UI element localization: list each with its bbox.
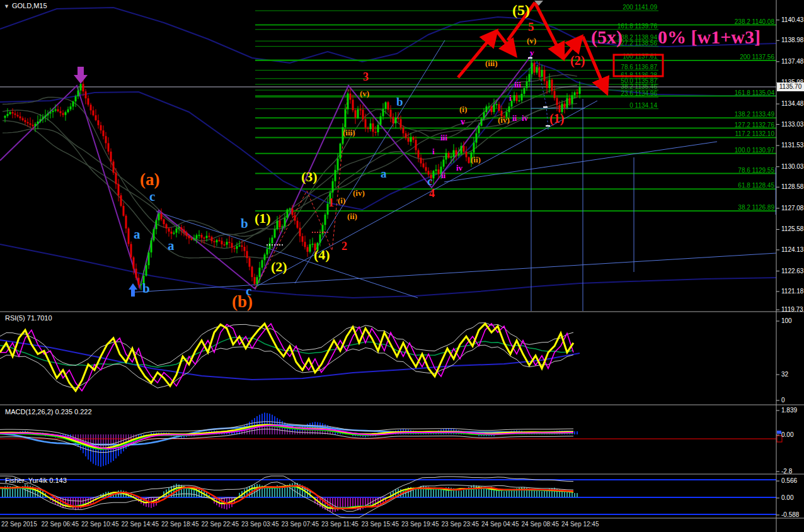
- candle-body: [355, 110, 357, 118]
- time-axis-label: 22 Sep 06:45: [42, 521, 79, 528]
- candle-body: [531, 63, 533, 74]
- axis-tick-label: 1119.73: [781, 306, 803, 313]
- chart-title: ▼GOLD,M15: [4, 2, 47, 9]
- candle-body: [382, 109, 384, 116]
- candle-body: [178, 227, 180, 229]
- candle-body: [67, 110, 69, 113]
- axis-tick-label: 1124.13: [781, 246, 803, 253]
- candle-body: [549, 80, 551, 88]
- candle-body: [375, 132, 377, 133]
- fib-label: 138.2 1133.49: [735, 111, 775, 118]
- candle-body: [148, 252, 150, 265]
- candle-body: [138, 278, 140, 285]
- candle-body: [524, 88, 525, 94]
- candle-body: [196, 235, 198, 239]
- symbol-timeframe-label: GOLD,M15: [12, 2, 47, 9]
- candle-body: [40, 119, 42, 122]
- trendline[interactable]: [156, 212, 418, 298]
- fib-label: 161.8 1135.04: [735, 89, 775, 96]
- candle-body: [302, 236, 304, 242]
- fisher-bar: [521, 487, 522, 497]
- candle-body: [448, 153, 450, 158]
- dot-marker: [319, 232, 321, 233]
- candle-body: [488, 106, 490, 108]
- fib-label: 117.2 1132.10: [735, 130, 775, 137]
- candle-body: [231, 243, 233, 248]
- fisher-bar: [415, 489, 416, 497]
- candle-body: [546, 81, 548, 88]
- axis-tick-label: 1131.53: [781, 142, 803, 149]
- candle-body: [289, 208, 291, 210]
- candle-body: [400, 119, 402, 127]
- candle-body: [534, 63, 536, 73]
- fisher-bar: [544, 490, 545, 497]
- main-chart[interactable]: 238.2 1140.08200 1137.56161.8 1135.04138…: [0, 0, 804, 532]
- candle-body: [529, 74, 531, 82]
- candle-body: [536, 67, 538, 72]
- candle-body: [309, 244, 311, 252]
- candle-body: [198, 235, 200, 236]
- fisher-bar: [335, 497, 336, 512]
- candle-body: [32, 125, 34, 126]
- candle-body: [544, 70, 546, 81]
- fisher-bar: [14, 487, 16, 497]
- wave-label: iii: [440, 133, 447, 142]
- wave-label: (ii): [347, 212, 357, 220]
- wave-label: 1: [328, 197, 334, 208]
- candle-body: [214, 241, 215, 242]
- axis-tick-label: 1122.63: [781, 268, 803, 274]
- macd-histogram-bar: [574, 431, 575, 434]
- candle-body: [393, 117, 394, 124]
- fib-label: 127.2 1132.76: [735, 122, 775, 128]
- dot-marker: [279, 244, 280, 246]
- candle-body: [395, 118, 397, 123]
- axis-tick-label: 1133.03: [781, 121, 803, 128]
- candle-body: [226, 242, 228, 245]
- candle-body: [264, 254, 266, 260]
- wave-label: a: [381, 167, 387, 179]
- candle-body: [244, 247, 246, 251]
- fisher-bar: [423, 485, 424, 497]
- fisher-bar: [471, 485, 472, 497]
- candle-body: [514, 95, 515, 101]
- candle-body: [566, 98, 568, 108]
- candle-body: [22, 118, 24, 120]
- candle-body: [294, 215, 296, 221]
- wave-label: v: [530, 48, 534, 57]
- candle-body: [418, 150, 420, 158]
- candle-body: [57, 110, 59, 111]
- candle-body: [65, 112, 67, 115]
- candle-body: [93, 110, 95, 115]
- fisher-bar: [294, 483, 296, 498]
- candle-body: [241, 246, 243, 247]
- wave-label: ii: [441, 171, 445, 179]
- candle-body: [186, 232, 188, 236]
- candle-body: [229, 242, 231, 243]
- dot-marker: [269, 244, 270, 246]
- candle-body: [216, 240, 218, 242]
- fisher-bar: [267, 487, 268, 497]
- candle-body: [95, 115, 97, 120]
- fisher-bar: [503, 491, 505, 497]
- wave-label: (5): [512, 3, 530, 18]
- fib-label: 100.0 1130.97: [735, 147, 775, 154]
- fisher-bar: [574, 493, 575, 497]
- candle-body: [191, 239, 193, 240]
- annotation-w1w3: 0% [w1+w3]: [658, 28, 761, 47]
- fisher-bar: [249, 487, 250, 497]
- trendline[interactable]: [135, 253, 776, 292]
- axis-tick-label: 1134.48: [781, 100, 803, 107]
- candle-body: [352, 99, 354, 110]
- fisher-bar: [435, 489, 437, 497]
- macd-histogram-inner: [103, 434, 104, 449]
- time-axis-label: 24 Sep 04:45: [481, 521, 519, 528]
- candle-body: [110, 152, 112, 162]
- candle-body: [249, 258, 251, 267]
- fisher-bar: [506, 490, 507, 497]
- axis-tick-label: 0.00: [781, 494, 793, 501]
- fisher-bar: [438, 489, 439, 497]
- wave-label: b: [142, 282, 150, 295]
- candle-body: [473, 143, 475, 153]
- chart-dropdown-icon[interactable]: ▼: [4, 3, 9, 9]
- wave-label: (ii): [471, 156, 481, 164]
